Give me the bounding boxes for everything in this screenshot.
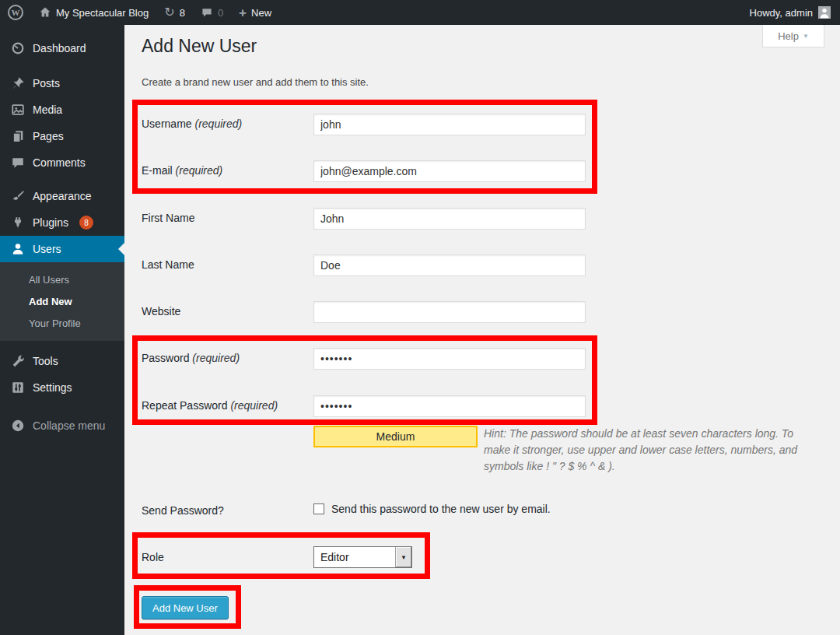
required-hint: (required) xyxy=(194,118,242,130)
comments-count: 0 xyxy=(218,7,223,19)
plug-icon xyxy=(10,216,26,230)
sidebar-label: Pages xyxy=(33,130,64,142)
new-content-menu[interactable]: + New xyxy=(231,0,279,25)
sidebar-item-media[interactable]: Media xyxy=(0,96,124,123)
sidebar-item-settings[interactable]: Settings xyxy=(0,374,124,401)
required-hint: (required) xyxy=(192,352,240,364)
role-selected-value: Editor xyxy=(314,551,395,563)
menu-separator xyxy=(0,341,124,348)
sidebar-item-collapse-menu[interactable]: Collapse menu xyxy=(0,412,124,439)
submenu-item-all-users[interactable]: All Users xyxy=(0,268,124,290)
avatar xyxy=(818,6,831,19)
website-input[interactable] xyxy=(313,301,586,323)
pushpin-icon xyxy=(10,76,26,90)
submenu-label: All Users xyxy=(29,274,69,286)
help-label: Help xyxy=(778,30,799,42)
submenu-label: Your Profile xyxy=(29,318,81,329)
password-hint-block: Medium Hint: The password should be at l… xyxy=(313,426,802,475)
wordpress-admin-page: W My Spectacular Blog ↻ 8 0 + New xyxy=(0,0,840,635)
updates-icon: ↻ xyxy=(164,6,174,19)
submenu-label: Add New xyxy=(29,296,72,307)
my-account-menu[interactable]: Howdy, admin xyxy=(750,0,840,25)
sidebar-label: Media xyxy=(33,103,62,116)
collapse-arrow-icon xyxy=(10,419,26,433)
password-input[interactable] xyxy=(313,348,586,370)
dashboard-icon xyxy=(10,41,26,55)
send-password-checkbox[interactable] xyxy=(313,503,324,514)
wrench-icon xyxy=(10,354,26,368)
page-title: Add New User xyxy=(142,36,257,57)
label-text: Role xyxy=(142,551,164,563)
comments-menu[interactable]: 0 xyxy=(193,0,231,25)
sidebar-label: Users xyxy=(33,243,61,255)
brush-icon xyxy=(10,189,26,203)
required-hint: (required) xyxy=(230,399,278,412)
admin-bar: W My Spectacular Blog ↻ 8 0 + New xyxy=(0,0,840,25)
sidebar-item-users[interactable]: Users xyxy=(0,236,124,262)
send-password-row: Send this password to the new user by em… xyxy=(313,503,551,515)
howdy-label: Howdy, admin xyxy=(750,7,813,19)
sidebar-item-appearance[interactable]: Appearance xyxy=(0,183,124,209)
admin-sidebar: Dashboard Posts Media Pages xyxy=(0,25,124,635)
home-icon xyxy=(39,6,51,19)
plugins-update-badge: 8 xyxy=(79,216,93,230)
submenu-item-your-profile[interactable]: Your Profile xyxy=(0,312,124,334)
add-new-user-button[interactable]: Add New User xyxy=(142,596,229,619)
label-text: Website xyxy=(142,305,180,318)
label-text: E-mail xyxy=(142,164,173,177)
label-text: Send Password? xyxy=(142,504,224,517)
wordpress-logo-icon: W xyxy=(8,5,23,20)
current-menu-arrow xyxy=(118,243,124,255)
menu-separator xyxy=(0,401,124,412)
password-strength-meter: Medium xyxy=(313,426,478,447)
label-text: Password xyxy=(142,352,189,364)
sidebar-item-posts[interactable]: Posts xyxy=(0,70,124,96)
username-label: Username (required) xyxy=(142,118,242,130)
main-content: Help ▼ Add New User Create a brand new u… xyxy=(124,25,840,635)
help-button[interactable]: Help ▼ xyxy=(762,25,824,47)
submenu-item-add-new[interactable]: Add New xyxy=(0,290,124,312)
label-text: Username xyxy=(142,118,192,130)
repeat-password-label: Repeat Password (required) xyxy=(142,399,278,412)
role-select[interactable]: Editor ▼ xyxy=(313,546,412,568)
media-icon xyxy=(10,103,26,117)
last-name-input[interactable] xyxy=(313,254,586,276)
label-text: Last Name xyxy=(142,258,194,271)
settings-sliders-icon xyxy=(10,381,26,395)
updates-menu[interactable]: ↻ 8 xyxy=(156,0,193,25)
page-description: Create a brand new user and add them to … xyxy=(142,76,369,88)
wordpress-logo-menu[interactable]: W xyxy=(0,0,31,25)
menu-separator xyxy=(0,176,124,183)
role-label: Role xyxy=(142,551,164,563)
send-password-checkbox-label: Send this password to the new user by em… xyxy=(331,503,551,515)
send-password-label: Send Password? xyxy=(142,504,224,517)
site-name-menu[interactable]: My Spectacular Blog xyxy=(31,0,156,25)
first-name-label: First Name xyxy=(142,212,194,224)
website-label: Website xyxy=(142,305,180,318)
user-icon xyxy=(10,242,26,256)
sidebar-item-dashboard[interactable]: Dashboard xyxy=(0,35,124,61)
last-name-label: Last Name xyxy=(142,258,194,271)
sidebar-item-tools[interactable]: Tools xyxy=(0,348,124,374)
sidebar-label: Plugins xyxy=(33,216,68,229)
site-name-label: My Spectacular Blog xyxy=(56,7,149,19)
label-text: First Name xyxy=(142,212,194,224)
password-label: Password (required) xyxy=(142,352,240,364)
select-dropdown-arrow-icon: ▼ xyxy=(395,547,411,567)
first-name-input[interactable] xyxy=(313,208,586,230)
sidebar-item-plugins[interactable]: Plugins 8 xyxy=(0,209,124,236)
sidebar-item-comments[interactable]: Comments xyxy=(0,149,124,176)
repeat-password-input[interactable] xyxy=(313,395,586,417)
sidebar-item-pages[interactable]: Pages xyxy=(0,123,124,149)
updates-count: 8 xyxy=(180,7,185,19)
sidebar-label: Posts xyxy=(33,77,60,89)
label-text: Repeat Password xyxy=(142,399,228,412)
username-input[interactable] xyxy=(313,114,586,135)
caret-down-icon: ▼ xyxy=(803,33,809,40)
users-submenu: All Users Add New Your Profile xyxy=(0,262,124,341)
email-input[interactable] xyxy=(313,160,586,182)
comments-icon xyxy=(10,156,26,170)
comment-bubble-icon xyxy=(201,6,213,19)
new-label: New xyxy=(251,7,271,19)
plus-icon: + xyxy=(239,6,247,19)
